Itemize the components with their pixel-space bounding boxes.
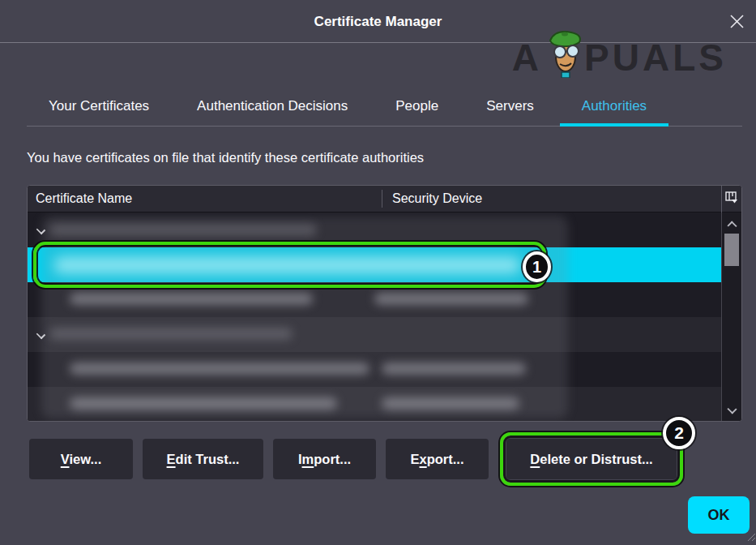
delete-or-distrust-button[interactable]: Delete or Distrust... — [506, 439, 677, 479]
column-picker-button[interactable] — [721, 186, 741, 212]
chevron-down-icon[interactable] — [36, 225, 45, 234]
tab-people[interactable]: People — [374, 86, 460, 126]
column-picker-icon — [725, 191, 738, 207]
tab-servers[interactable]: Servers — [464, 86, 556, 126]
dialog-title: Certificate Manager — [0, 0, 756, 43]
cert-row-selected[interactable] — [28, 247, 721, 282]
tab-authorities[interactable]: Authorities — [560, 86, 668, 126]
cert-row[interactable] — [28, 282, 721, 317]
certificate-table: Certificate Name Security Device — [27, 185, 742, 422]
cert-row[interactable] — [28, 387, 721, 421]
table-header: Certificate Name Security Device — [28, 186, 741, 212]
ok-button[interactable]: OK — [688, 496, 750, 534]
cert-group-row[interactable] — [28, 212, 721, 247]
import-button[interactable]: Import... — [273, 439, 376, 479]
cert-group-row[interactable] — [28, 317, 721, 352]
edit-trust-button[interactable]: Edit Trust... — [143, 439, 263, 479]
export-button[interactable]: Export... — [386, 439, 489, 479]
close-icon — [729, 14, 745, 29]
certificate-manager-dialog: Certificate Manager A — [0, 0, 756, 545]
column-header-security-device[interactable]: Security Device — [382, 191, 721, 206]
tab-strip: Your Certificates Authentication Decisio… — [27, 86, 742, 127]
resize-grip[interactable] — [745, 530, 755, 544]
scrollbar-thumb[interactable] — [724, 234, 739, 266]
annotation-step-1-badge: 1 — [523, 251, 551, 282]
annotation-step-2-badge: 2 — [663, 417, 695, 449]
vertical-scrollbar[interactable] — [721, 212, 741, 421]
tab-your-certificates[interactable]: Your Certificates — [27, 86, 171, 126]
cert-row[interactable] — [28, 352, 721, 387]
scroll-down-icon[interactable] — [727, 404, 737, 414]
description-text: You have certificates on file that ident… — [27, 150, 424, 165]
title-bar: Certificate Manager — [0, 0, 756, 43]
view-button[interactable]: View... — [29, 439, 133, 479]
column-header-certificate-name[interactable]: Certificate Name — [28, 191, 382, 206]
tab-authentication-decisions[interactable]: Authentication Decisions — [175, 86, 369, 126]
table-body: 1 — [28, 212, 741, 421]
chevron-down-icon[interactable] — [36, 330, 45, 339]
scroll-up-icon[interactable] — [727, 221, 737, 230]
close-button[interactable] — [724, 10, 750, 32]
